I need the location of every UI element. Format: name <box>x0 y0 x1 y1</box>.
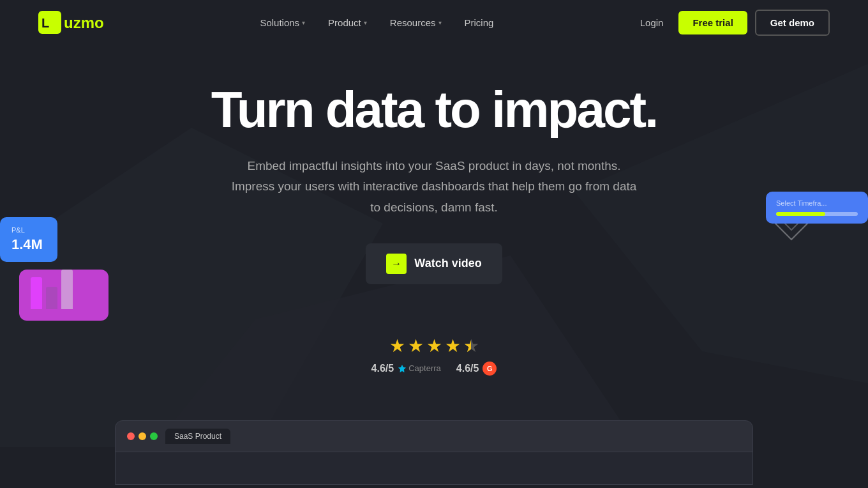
logo-svg: L uzmo <box>38 11 121 34</box>
star-2: ★ <box>408 335 424 356</box>
dot-close <box>127 432 135 440</box>
arrow-icon: → <box>386 254 407 274</box>
star-4: ★ <box>445 335 461 356</box>
svg-marker-8 <box>398 365 406 372</box>
browser-content <box>116 452 752 484</box>
nav-actions: Login Free trial Get demo <box>632 10 830 36</box>
dot-maximize <box>150 432 158 440</box>
watch-video-button[interactable]: → Watch video <box>366 243 502 284</box>
chevron-down-icon: ▾ <box>438 19 442 26</box>
cta-button-container: → Watch video <box>13 243 855 310</box>
capterra-score: 4.6/5 <box>371 363 394 374</box>
navbar: L uzmo Solutions ▾ Product ▾ Resources ▾… <box>0 0 868 45</box>
nav-item-solutions[interactable]: Solutions ▾ <box>260 17 305 28</box>
nav-item-pricing[interactable]: Pricing <box>465 17 494 28</box>
capterra-rating: 4.6/5 Capterra <box>371 363 441 374</box>
nav-item-product[interactable]: Product ▾ <box>328 17 367 28</box>
browser-dots <box>127 432 158 440</box>
g2-rating: 4.6/5 G <box>456 362 497 376</box>
nav-links: Solutions ▾ Product ▾ Resources ▾ Pricin… <box>260 17 493 28</box>
chevron-down-icon: ▾ <box>302 19 305 26</box>
rating-labels: 4.6/5 Capterra 4.6/5 G <box>371 362 497 376</box>
get-demo-button[interactable]: Get demo <box>755 10 830 36</box>
star-rating: ★ ★ ★ ★ ★ ★ <box>389 335 479 356</box>
watch-video-label: Watch video <box>414 257 481 270</box>
nav-link-product[interactable]: Product ▾ <box>328 17 367 28</box>
browser-mockup: SaaS Product <box>115 420 753 485</box>
hero-section: Turn data to impact. Embed impactful ins… <box>0 45 868 401</box>
g2-score: 4.6/5 <box>456 363 479 374</box>
browser-mockup-container: SaaS Product <box>0 420 868 485</box>
star-1: ★ <box>389 335 405 356</box>
nav-link-pricing[interactable]: Pricing <box>465 17 494 28</box>
ratings-section: ★ ★ ★ ★ ★ ★ 4.6/5 Capterra 4.6/5 <box>13 335 855 376</box>
hero-subtitle: Embed impactful insights into your SaaS … <box>230 156 638 218</box>
browser-tab: SaaS Product <box>165 429 230 444</box>
nav-link-resources[interactable]: Resources ▾ <box>390 17 442 28</box>
g2-icon: G <box>483 362 497 376</box>
dot-minimize <box>138 432 146 440</box>
nav-link-solutions[interactable]: Solutions ▾ <box>260 17 305 28</box>
star-5-half: ★ ★ <box>463 335 479 356</box>
chevron-down-icon: ▾ <box>364 19 367 26</box>
logo: L uzmo <box>38 11 121 34</box>
free-trial-button[interactable]: Free trial <box>678 11 747 34</box>
hero-title: Turn data to impact. <box>13 83 855 137</box>
capterra-icon: Capterra <box>398 363 441 373</box>
nav-item-resources[interactable]: Resources ▾ <box>390 17 442 28</box>
star-3: ★ <box>426 335 442 356</box>
browser-toolbar: SaaS Product <box>116 421 752 452</box>
svg-text:uzmo: uzmo <box>64 14 104 31</box>
login-button[interactable]: Login <box>632 12 671 33</box>
svg-text:L: L <box>41 16 49 30</box>
